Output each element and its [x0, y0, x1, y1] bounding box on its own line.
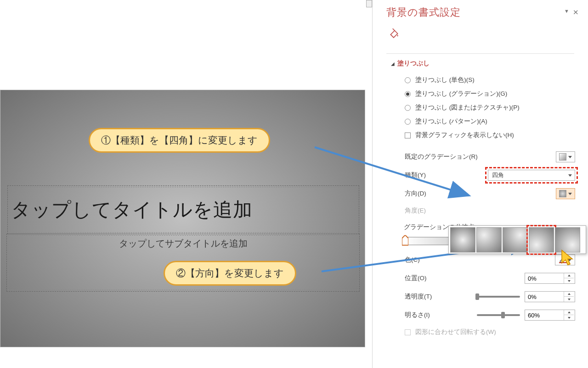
scrollbar-handle[interactable]	[366, 0, 372, 7]
type-label: 種類(Y)	[405, 171, 426, 179]
gradient-type-row: 種類(Y) 四角	[405, 166, 575, 184]
subtitle-text: タップしてサブタイトルを追加	[119, 238, 248, 248]
spin-up-button[interactable]	[564, 310, 574, 315]
annotation-callout-1: ①【種類】を【四角】に変更します	[89, 128, 270, 153]
position-input[interactable]	[525, 275, 564, 282]
angle-label: 角度(E)	[405, 207, 426, 215]
direction-label: 方向(D)	[405, 190, 426, 198]
radio-icon	[405, 105, 411, 111]
callout-1-text: ①【種類】を【四角】に変更します	[101, 135, 258, 145]
spin-up-button[interactable]	[564, 273, 574, 278]
direction-option-bottom-right[interactable]	[555, 227, 580, 253]
preset-gradient-row: 既定のグラデーション(R)	[405, 148, 575, 166]
brightness-spinner[interactable]	[525, 310, 575, 321]
checkbox-hide-background[interactable]: 背景グラフィックを表示しない(H)	[405, 128, 588, 142]
radio-label: 塗りつぶし (グラデーション)(G)	[415, 90, 507, 98]
spin-down-button[interactable]	[564, 315, 574, 320]
type-value: 四角	[492, 171, 504, 179]
title-text: タップしてタイトルを追加	[11, 197, 253, 223]
rotate-with-shape-row: 図形に合わせて回転する(W)	[405, 324, 575, 340]
preset-label: 既定のグラデーション(R)	[405, 153, 478, 161]
direction-option-top-right[interactable]	[503, 227, 528, 253]
direction-option-top-left[interactable]	[476, 227, 502, 253]
checkbox-label: 背景グラフィックを表示しない(H)	[415, 131, 514, 139]
transparency-spinner[interactable]	[525, 291, 575, 302]
radio-picture-fill[interactable]: 塗りつぶし (図またはテクスチャ)(P)	[405, 101, 588, 115]
caret-down-icon	[568, 193, 572, 195]
gradient-direction-dropdown[interactable]	[556, 188, 575, 199]
collapse-arrow-icon: ◢	[391, 61, 395, 66]
panel-title: 背景の書式設定	[386, 6, 461, 19]
title-placeholder[interactable]: タップしてタイトルを追加	[9, 187, 358, 233]
panel-options-icon[interactable]: ▼	[564, 8, 569, 17]
radio-icon	[405, 119, 411, 125]
radio-pattern-fill[interactable]: 塗りつぶし (パターン)(A)	[405, 115, 588, 128]
radio-gradient-fill[interactable]: 塗りつぶし (グラデーション)(G)	[405, 87, 588, 101]
radio-icon	[405, 91, 411, 97]
gradient-stop-1[interactable]	[402, 235, 408, 246]
mouse-cursor-icon	[560, 249, 577, 270]
brightness-slider[interactable]	[477, 314, 520, 316]
gradient-swatch-icon	[559, 153, 566, 161]
panel-header: 背景の書式設定 ▼ ✕	[373, 0, 588, 21]
caret-down-icon	[568, 174, 572, 177]
transparency-input[interactable]	[525, 293, 564, 300]
gradient-angle-row: 角度(E)	[405, 203, 575, 218]
transparency-slider[interactable]	[477, 296, 520, 298]
fill-section-header[interactable]: ◢ 塗りつぶし	[373, 54, 588, 71]
direction-option-center[interactable]	[450, 227, 475, 253]
slide-canvas-area: タップしてタイトルを追加 タップしてサブタイトルを追加	[0, 0, 372, 368]
spin-down-button[interactable]	[564, 278, 574, 283]
format-background-panel: 背景の書式設定 ▼ ✕ ◢ 塗りつぶし 塗りつぶし (単色)(S) 塗りつぶし …	[372, 0, 588, 368]
brightness-input[interactable]	[525, 312, 564, 319]
radio-icon	[405, 77, 411, 83]
position-row: 位置(O)	[405, 269, 575, 288]
preset-gradient-dropdown[interactable]	[556, 151, 575, 162]
direction-option-bottom-left[interactable]	[529, 227, 554, 253]
close-icon[interactable]: ✕	[573, 8, 579, 17]
brightness-row: 明るさ(I)	[405, 306, 575, 324]
spin-up-button[interactable]	[564, 292, 574, 297]
transparency-label: 透明度(T)	[405, 293, 432, 301]
radio-solid-fill[interactable]: 塗りつぶし (単色)(S)	[405, 73, 588, 87]
callout-2-text: ②【方向】を変更します	[176, 268, 284, 278]
fill-bucket-icon[interactable]	[388, 28, 400, 40]
checkbox-icon	[405, 329, 411, 335]
direction-swatch-icon	[559, 190, 566, 197]
rotate-label: 図形に合わせて回転する(W)	[415, 328, 496, 336]
radio-label: 塗りつぶし (単色)(S)	[415, 76, 475, 84]
radio-label: 塗りつぶし (パターン)(A)	[415, 117, 487, 126]
gradient-direction-row: 方向(D)	[405, 184, 575, 203]
brightness-label: 明るさ(I)	[405, 311, 430, 319]
checkbox-icon	[405, 132, 411, 138]
position-label: 位置(O)	[405, 274, 427, 282]
caret-down-icon	[568, 156, 572, 158]
spin-down-button[interactable]	[564, 297, 574, 302]
radio-label: 塗りつぶし (図またはテクスチャ)(P)	[415, 104, 520, 112]
annotation-callout-2: ②【方向】を変更します	[164, 261, 296, 286]
color-label: 色(C)	[405, 256, 420, 264]
fill-section-title: 塗りつぶし	[397, 59, 430, 68]
gradient-type-dropdown[interactable]: 四角	[488, 170, 575, 181]
position-spinner[interactable]	[525, 273, 575, 284]
transparency-row: 透明度(T)	[405, 288, 575, 306]
